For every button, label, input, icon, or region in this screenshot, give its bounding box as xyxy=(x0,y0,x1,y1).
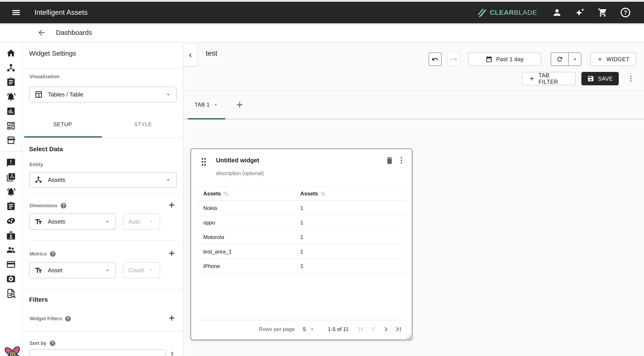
refresh-options-button[interactable] xyxy=(569,53,581,65)
chevron-down-icon xyxy=(104,267,110,273)
widget-settings-panel: Widget Settings Visualization Tables / T… xyxy=(22,42,183,356)
delete-widget-button[interactable] xyxy=(385,156,395,166)
rows-per-page-value[interactable]: 5 xyxy=(303,326,306,332)
widget-settings-title: Widget Settings xyxy=(29,50,76,57)
sparkle-ai-icon[interactable] xyxy=(575,7,585,18)
chevron-down-icon[interactable] xyxy=(213,102,219,108)
sidebar-alert-types-bell-icon[interactable] xyxy=(6,186,16,197)
help-icon[interactable]: ? xyxy=(620,7,630,18)
visualization-select[interactable]: Tables / Table xyxy=(29,87,177,102)
divider xyxy=(29,193,178,194)
add-tab-button[interactable] xyxy=(234,99,245,110)
plus-icon xyxy=(528,75,535,82)
add-dimension-button[interactable] xyxy=(167,200,177,210)
clearblade-logo: CLEARBLADE xyxy=(476,7,537,18)
dimension-agg-value: Auto xyxy=(128,218,140,225)
sort-field-input[interactable] xyxy=(29,349,166,356)
refresh-button[interactable] xyxy=(551,53,568,65)
kebab-icon xyxy=(627,75,635,83)
chevron-down-icon xyxy=(148,218,155,225)
sidebar-settings-gear-icon[interactable] xyxy=(6,274,16,284)
dashboard-main: test Past 1 day xyxy=(183,42,644,356)
sidebar-home-icon[interactable] xyxy=(6,48,16,58)
metric-agg-value: Count xyxy=(128,267,144,274)
window-edge-strip xyxy=(0,0,644,2)
sidebar-asset-types-icon[interactable] xyxy=(6,172,16,183)
widget-more-options-button[interactable] xyxy=(397,156,407,166)
divider xyxy=(22,138,183,138)
tab-style[interactable]: STYLE xyxy=(103,112,183,137)
sidebar-clipboard-icon[interactable] xyxy=(6,77,16,88)
drag-handle-icon[interactable] xyxy=(198,156,209,168)
sidebar-badge-icon[interactable] xyxy=(6,230,16,241)
cell-asset-count: 1 xyxy=(300,219,406,226)
help-circle-icon[interactable] xyxy=(60,202,67,209)
undo-button[interactable] xyxy=(429,52,442,66)
tab-1[interactable]: TAB 1 xyxy=(188,91,226,119)
column-header-assets-count[interactable]: Assets xyxy=(300,189,406,198)
trash-icon xyxy=(385,156,394,165)
table-row[interactable]: oppo 1 xyxy=(198,215,406,230)
sidebar-audit-search-icon[interactable] xyxy=(6,288,16,299)
add-tab-filter-button[interactable]: TAB FILTER xyxy=(522,72,576,85)
sidebar-media-reel-icon[interactable] xyxy=(6,215,16,226)
column-header-assets[interactable]: Assets xyxy=(198,189,300,198)
account-icon[interactable] xyxy=(552,7,562,18)
sidebar-feedback-icon[interactable] xyxy=(6,158,16,168)
pagination-range: 1-5 of 11 xyxy=(328,326,348,332)
sort-arrows-icon xyxy=(319,189,327,198)
save-button[interactable]: SAVE xyxy=(582,72,619,85)
add-widget-filter-button[interactable] xyxy=(167,313,177,323)
sidebar-store-icon[interactable] xyxy=(6,135,16,146)
cart-icon[interactable] xyxy=(598,7,608,18)
chevron-down-icon xyxy=(104,218,110,225)
sidebar-tasks-clipboard-icon[interactable] xyxy=(6,201,16,212)
table-row[interactable]: Nokia 1 xyxy=(198,201,406,215)
sidebar-dashboards-icon[interactable] xyxy=(6,120,16,131)
sort-direction-arrow-icon[interactable] xyxy=(168,350,176,356)
cell-asset-count: 1 xyxy=(300,234,406,240)
dimension-agg-select[interactable]: Auto xyxy=(123,213,160,230)
next-page-button[interactable] xyxy=(380,324,392,335)
cell-asset-name: Motorola xyxy=(198,234,300,240)
widget-title[interactable]: Untitled widget xyxy=(216,157,259,164)
redo-button[interactable] xyxy=(447,52,460,66)
save-icon xyxy=(587,75,594,82)
help-circle-icon[interactable] xyxy=(50,251,56,257)
metric-agg-select[interactable]: Count xyxy=(123,262,160,278)
sidebar-chart-icon[interactable] xyxy=(6,106,16,117)
metric-field-select[interactable]: Asset xyxy=(29,262,116,278)
table-row[interactable]: Motorola 1 xyxy=(198,230,406,245)
help-circle-icon[interactable] xyxy=(49,340,56,347)
dashboard-more-options-button[interactable] xyxy=(626,73,636,84)
text-fields-icon xyxy=(34,266,43,274)
add-metric-button[interactable] xyxy=(167,248,177,258)
sidebar-assets-hub-icon[interactable] xyxy=(6,62,16,73)
last-page-button[interactable] xyxy=(393,324,404,335)
active-tab-underline xyxy=(188,118,226,120)
dashboard-title[interactable]: test xyxy=(206,49,217,57)
first-page-button[interactable] xyxy=(355,324,366,335)
previous-page-button[interactable] xyxy=(368,324,379,335)
brand-light: BLADE xyxy=(514,9,537,16)
sidebar-users-icon[interactable] xyxy=(6,245,16,255)
entity-select[interactable]: Assets xyxy=(29,172,177,187)
help-circle-icon[interactable] xyxy=(64,315,71,322)
hamburger-menu-icon[interactable] xyxy=(10,7,22,18)
back-arrow-icon[interactable] xyxy=(37,28,46,37)
table-row[interactable]: test_area_1 1 xyxy=(198,245,406,259)
add-widget-button[interactable]: WIDGET xyxy=(590,52,636,66)
sidebar-alerts-bell-icon[interactable] xyxy=(6,91,16,102)
widget-card[interactable]: Untitled widget description (optional) A… xyxy=(190,149,412,340)
date-range-button[interactable]: Past 1 day xyxy=(468,52,541,66)
widget-description[interactable]: description (optional) xyxy=(216,171,264,177)
widget-resize-handle[interactable] xyxy=(407,335,410,339)
tab-setup[interactable]: SETUP xyxy=(22,112,103,137)
dimension-field-select[interactable]: Assets xyxy=(29,213,116,230)
rows-per-page-label: Rows per page xyxy=(259,326,295,332)
table-row[interactable]: iPhone 1 xyxy=(198,259,406,274)
chevron-down-icon[interactable] xyxy=(309,326,315,332)
cell-asset-name: iPhone xyxy=(198,263,300,269)
sidebar-billing-card-icon[interactable] xyxy=(6,259,16,270)
collapse-panel-button[interactable] xyxy=(183,45,197,66)
